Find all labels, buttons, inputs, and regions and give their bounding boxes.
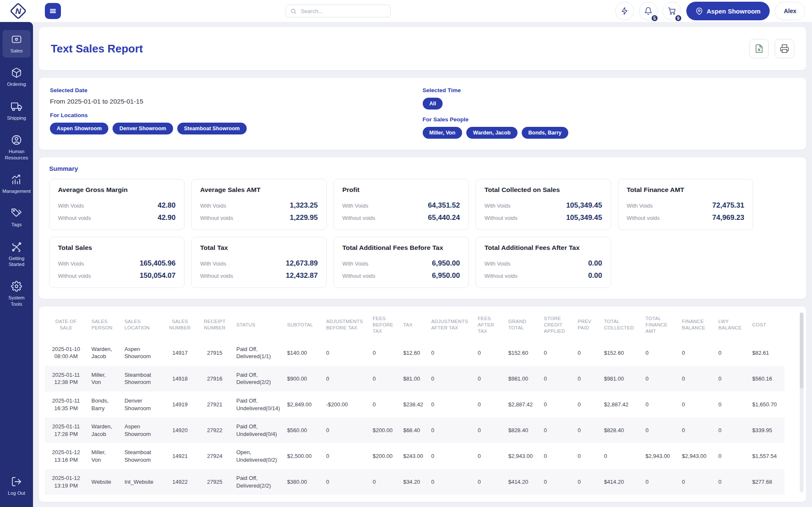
user-button[interactable]: Alex [775, 2, 805, 20]
main-content: Text Sales Report Selected Date From 202… [33, 22, 812, 507]
without-voids-label: Without voids [200, 273, 233, 279]
sidebar-item-logout[interactable]: Log Out [3, 472, 30, 500]
cell-store-credit: 0 [539, 392, 573, 417]
without-voids-label: Without voids [484, 215, 517, 221]
cell-finance-balance: $2,943.00 [678, 443, 714, 469]
cell-location: Aspen Showroom [120, 417, 162, 443]
sidebar-item-shipping[interactable]: Shipping [3, 97, 30, 125]
location-chip[interactable]: Denver Showroom [113, 123, 173, 134]
sales-person-chip[interactable]: Miller, Von [423, 127, 462, 139]
column-header-adj-after-tax: Adjustments After Tax [427, 310, 473, 340]
cell-prev-paid: 0 [573, 340, 600, 366]
cell-grand-total: $2,887.42 [504, 392, 539, 417]
sales-person-chip[interactable]: Warden, Jacob [466, 127, 517, 139]
notifications-button[interactable]: 5 [639, 2, 658, 20]
sidebar-item-getting-started[interactable]: Getting Started [3, 238, 30, 271]
selected-date-value: From 2025-01-01 to 2025-01-15 [50, 98, 143, 105]
cell-person: Warden, Jacob [87, 417, 120, 443]
lightning-icon [620, 7, 629, 15]
without-voids-label: Without voids [627, 215, 660, 221]
table-row[interactable]: 2025-01-12 13:19 PM Website Int_Website … [45, 469, 784, 495]
top-bar: N 5 9 [0, 0, 812, 22]
table-body: 2025-01-10 08:00 AM Warden, Jacob Aspen … [45, 340, 784, 502]
column-header-adj-before-tax: Adjustments Before Tax [322, 310, 369, 340]
crossed-tools-icon [11, 241, 22, 252]
cell-location: Steamboat Showroom [120, 443, 162, 469]
cell-finance-amt: 0 [641, 469, 678, 495]
cell-adj-before-tax: 0 [322, 340, 369, 366]
cell-prev-paid: 0 [573, 469, 600, 495]
bell-icon [644, 7, 652, 15]
export-buttons [749, 39, 794, 58]
cell-fees-before-tax: 0 [369, 366, 399, 392]
sidebar-item-system-tools[interactable]: System Tools [3, 277, 30, 311]
cell-receipt-number: 27916 [197, 366, 232, 392]
cell-fees-before-tax: $200.00 [369, 443, 399, 469]
summary-heading: Summary [49, 165, 796, 172]
table-scrollbar-thumb[interactable] [800, 312, 804, 389]
cell-total-collected: $981.00 [600, 366, 641, 392]
summary-card-title: Average Gross Margin [58, 186, 176, 194]
cell-tax: $34.20 [399, 469, 427, 495]
sidebar-item-management[interactable]: Management [3, 170, 30, 198]
shipping-truck-icon [11, 101, 22, 112]
table-row[interactable]: 2025-01-11 17:28 PM Warden, Jacob Aspen … [45, 417, 784, 443]
cart-button[interactable]: 9 [663, 2, 681, 20]
sidebar-item-ordering[interactable]: Ordering [3, 63, 30, 91]
without-voids-value: 1,229.95 [290, 214, 318, 222]
with-voids-value: 6,950.00 [432, 259, 460, 268]
table-row[interactable]: 2025-01-11 12:38 PM Miller, Von Steamboa… [45, 366, 784, 392]
table-scrollbar[interactable] [800, 312, 804, 492]
table-row[interactable]: 2025-01-12 13:16 PM Miller, Von Steamboa… [45, 443, 784, 469]
cell-grand-total: $828.40 [504, 417, 539, 443]
table-row[interactable]: 2025-01-12 13:29 PM Bonds, Barry Denver … [45, 495, 784, 502]
cell-tax: $68.40 [399, 417, 427, 443]
export-excel-button[interactable] [749, 39, 769, 58]
cell-receipt-number: 27925 [197, 469, 232, 495]
sidebar-item-tags[interactable]: Tags [3, 204, 30, 231]
location-selector-button[interactable]: Aspen Showroom [686, 2, 770, 20]
ordering-box-icon [11, 67, 22, 78]
cell-store-credit: 0 [539, 469, 573, 495]
summary-section: Summary Average Gross Margin With Voids … [39, 157, 806, 299]
cell-fees-after-tax: 0 [473, 469, 504, 495]
summary-card: Average Sales AMT With Voids 1,323.25 Wi… [191, 179, 327, 230]
with-voids-label: With Voids [342, 203, 368, 209]
table-row[interactable]: 2025-01-10 08:00 AM Warden, Jacob Aspen … [45, 340, 784, 366]
summary-grid: Average Gross Margin With Voids 42.80 Wi… [49, 179, 796, 288]
logout-icon [11, 476, 22, 487]
cell-cost: $339.95 [748, 417, 784, 443]
cell-subtotal: $140.00 [283, 340, 322, 366]
cell-fees-before-tax: 0 [369, 469, 399, 495]
table-row[interactable]: 2025-01-11 16:35 PM Bonds, Barry Denver … [45, 392, 784, 417]
sidebar-item-human-resources[interactable]: Human Resources [3, 131, 30, 164]
cell-store-credit: 0 [539, 443, 573, 469]
with-voids-row: With Voids 105,349.45 [484, 201, 602, 210]
cell-grand-total: $152.60 [504, 340, 539, 366]
cell-finance-amt: $2,943.00 [641, 443, 678, 469]
time-chip[interactable]: All [423, 98, 443, 110]
cell-status: Paid Off, Delivered(2/2) [232, 366, 283, 392]
cell-fees-after-tax: 0 [473, 366, 504, 392]
without-voids-value: 0.00 [588, 271, 602, 280]
sidebar-item-sales[interactable]: Sales [3, 30, 30, 58]
with-voids-label: With Voids [58, 203, 84, 209]
cell-subtotal: $560.00 [283, 417, 322, 443]
search-box[interactable] [286, 5, 391, 17]
print-button[interactable] [775, 39, 794, 58]
sidebar: Sales Ordering Shipping Human Resources … [0, 22, 33, 507]
quick-actions-button[interactable] [615, 2, 634, 20]
cell-total-collected: $152.60 [600, 340, 641, 366]
search-input[interactable] [300, 8, 386, 15]
sales-person-chip[interactable]: Bonds, Barry [522, 127, 569, 139]
menu-button[interactable] [45, 3, 61, 19]
cell-adj-before-tax: -$200.00 [322, 392, 369, 417]
cell-receipt-number: 27924 [197, 443, 232, 469]
cell-location: Steamboat Showroom [120, 366, 162, 392]
column-header-date: Date of Sale [45, 310, 87, 340]
location-chip[interactable]: Aspen Showroom [50, 123, 108, 134]
summary-card-title: Profit [342, 186, 460, 194]
cell-finance-balance: 0 [678, 392, 714, 417]
location-chip[interactable]: Steamboat Showroom [177, 123, 247, 134]
cell-location: Denver Showroom [120, 495, 162, 502]
